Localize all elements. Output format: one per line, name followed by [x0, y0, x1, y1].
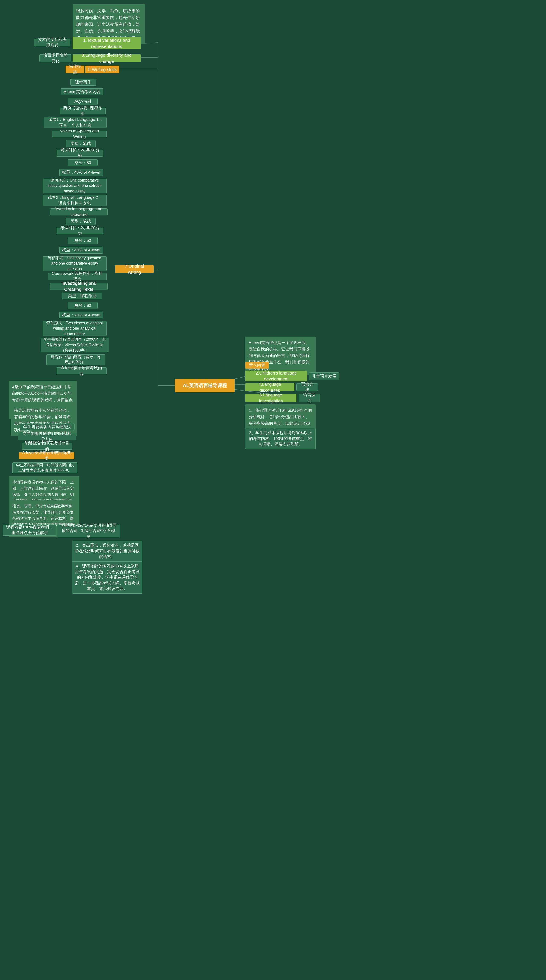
right-intro: A-level英语课也是一个发现自我、表达自我的机会。它让我们不断找到与他人沟通… — [245, 337, 316, 375]
node-6-investigation: 6.Language Investigation — [245, 394, 297, 402]
alevel-target: A-level英语语言测试目标要求 — [19, 452, 74, 459]
highlight2: 2、突出重点，强化难点，以满足同学在较短时间可以有限度的查漏补缺的需求。 — [72, 541, 142, 562]
student-ability3: 能够配合老师完成辅导目的 — [22, 443, 72, 450]
eval1: 评估形式：One comparative essay question and … — [43, 178, 107, 193]
investigating-texts: Investigating and Creating Texts — [50, 283, 108, 290]
node-2-children: 2.Children's language development — [245, 371, 307, 381]
point3: 3、学生完成本课程后将对90%以上的考试内容、100%的考试重点、难点清晰、深层… — [245, 428, 316, 449]
node-3-diversity: 3.Language diversity and change — [72, 54, 141, 62]
aqa-node: AQA为例 — [68, 98, 98, 105]
varieties: Varieties in Language and Literature — [50, 208, 108, 215]
highlight4: 4、课程搭配的练习题60%以上采用历年考试的真题，完全切合真正考试的方向和难度。… — [72, 562, 142, 593]
duration2: 考试时长：2小时30分钟 — [56, 228, 104, 234]
teacher-eval: 课程作业是由课程（辅导）导师进行评分。 — [46, 354, 105, 365]
alevel-exam-content: A-level英语语言考试内容 — [56, 368, 107, 374]
score1: 总分：50 — [68, 159, 98, 166]
eval2: 评估形式：One essay question and one comparat… — [43, 256, 107, 271]
mind-map-container: 很多时候，文学、写作、讲故事的能力都是非常重要的，也是生活乐趣的来源。让生活变得… — [0, 0, 546, 980]
section-writing: 课程写作 — [70, 79, 96, 86]
score3: 总分：60 — [68, 302, 98, 309]
student-benefit: 学生需要A级未来留学课程辅导学辅导合同，对遵守合同中所约条款 — [57, 525, 120, 537]
type-coursework: 类型：课程作业 — [62, 293, 102, 299]
type-exam1: 类型：笔试 — [66, 140, 96, 147]
connector-lines — [0, 0, 546, 980]
student-ability1: 学生需要具备语言沟通能力 — [20, 423, 75, 430]
node-label-discourse: 语篇分析 — [297, 383, 318, 391]
score2: 总分：50 — [68, 237, 98, 244]
node-label-investigation: 语言探究 — [299, 394, 320, 402]
node-label-writing: 写作技能 — [66, 65, 85, 73]
weight1: 权重：40% of A-level — [59, 169, 103, 176]
student-ability2: 学生能够理解他们的问题和导方向 — [18, 433, 76, 440]
words-info: 学生需要进行语言调查（2000字，不包括数据）和一段原创文章和评论（合共1500… — [40, 338, 109, 352]
center-node: AL英语语言辅导课程 — [175, 379, 235, 393]
node-5-writing: 5.Writing skills — [85, 65, 120, 73]
paper2-title: 试卷2：English Language 2 – 语言多样性与变化 — [43, 195, 107, 206]
paper1-title: 试卷1：English Language 1 – 语言、个人和社会 — [44, 117, 107, 128]
duration1: 考试时长：2小时30分钟 — [56, 150, 104, 157]
node-4-discourse: 4.Language discourses — [245, 383, 294, 391]
node-7-original: 7.Original writing — [115, 265, 153, 273]
weight2: 权重：40% of A-level — [59, 247, 103, 253]
study-content-label: 学习内容 — [245, 362, 269, 369]
coverage: 课程内容100%覆盖考纲，重点难点全方位解析 — [3, 525, 56, 536]
two-papers-node: 两份书面试卷+课程作业 — [60, 108, 105, 115]
node-label-textual: 文本的变化和表现形式 — [34, 39, 70, 46]
weight3: 权重：20% of A-level — [59, 312, 103, 318]
node-label-diversity: 语言多样性和变化 — [40, 54, 72, 62]
alevel-exam: A-level英语考试内容 — [61, 88, 104, 95]
node-1-textual: 1.Textual variations and representations — [72, 37, 141, 49]
eval3: 评估形式：Two pieces of original writing and … — [43, 321, 107, 336]
node-label-children: 儿童语言发展 — [309, 372, 339, 380]
voices-node: Voices in Speech and Writing — [52, 130, 107, 137]
coursework-label: Coursework 课程作业：应用语言 — [48, 273, 107, 280]
type-exam2: 类型：笔试 — [66, 218, 96, 225]
student-note: 学生不能选择同一时间段内两门以上辅导内容若有参考时间不许。 — [12, 462, 77, 473]
